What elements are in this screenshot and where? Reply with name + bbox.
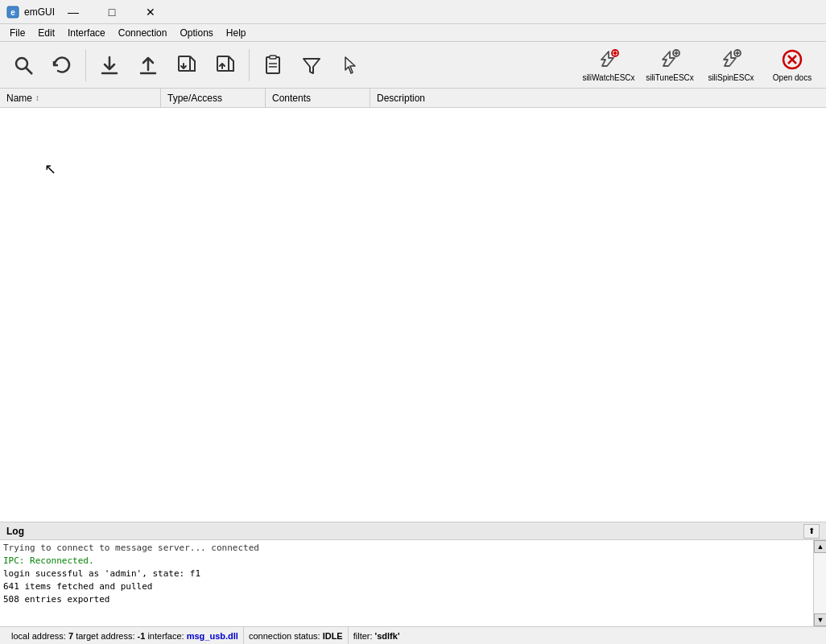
app-icon: e	[6, 6, 19, 19]
window-controls: — □ ✕	[55, 0, 169, 24]
menu-connection[interactable]: Connection	[112, 24, 174, 41]
target-address-value: -1	[138, 631, 146, 641]
log-line-5: 508 entries exported	[3, 593, 810, 606]
toolbar: siliWatchESCx siliTuneESCx siliSpinESCx	[0, 42, 826, 89]
search-button[interactable]	[5, 46, 42, 85]
sili-spin-esc-button[interactable]: siliSpinESCx	[702, 44, 760, 86]
col-header-description[interactable]: Description	[370, 89, 826, 107]
upload-file-button[interactable]	[207, 46, 244, 85]
scroll-track[interactable]	[814, 553, 826, 613]
svg-rect-8	[266, 57, 279, 73]
separator-1	[85, 49, 86, 81]
download-file-button[interactable]	[168, 46, 205, 85]
table-header: Name ↕ Type/Access Contents Description	[0, 89, 826, 108]
col-header-type[interactable]: Type/Access	[161, 89, 266, 107]
filter-button[interactable]	[293, 46, 330, 85]
connection-label: connection status:	[249, 631, 320, 641]
log-expand-button[interactable]: ⬆	[803, 524, 820, 539]
log-title: Log	[6, 526, 24, 537]
close-button[interactable]: ✕	[132, 0, 169, 24]
minimize-button[interactable]: —	[55, 0, 92, 24]
log-line-1: Trying to connect to message server... c…	[3, 542, 810, 555]
menu-bar: File Edit Interface Connection Options H…	[0, 24, 826, 42]
title-bar: e emGUI — □ ✕	[0, 0, 826, 24]
open-docs-button[interactable]: Open docs	[763, 44, 821, 86]
cursor-indicator: ↖	[44, 160, 56, 178]
target-address-label: target address:	[76, 631, 134, 641]
upload-button[interactable]	[130, 46, 167, 85]
menu-edit[interactable]: Edit	[31, 24, 61, 41]
sili-watch-esc-button[interactable]: siliWatchESCx	[580, 44, 638, 86]
menu-interface[interactable]: Interface	[61, 24, 112, 41]
log-section: Log ⬆ Trying to connect to message serve…	[0, 522, 826, 626]
svg-line-3	[26, 68, 32, 74]
menu-options[interactable]: Options	[173, 24, 219, 41]
interface-label: interface:	[147, 631, 184, 641]
log-body[interactable]: Trying to connect to message server... c…	[0, 540, 813, 626]
scroll-up-button[interactable]: ▲	[814, 540, 826, 553]
scroll-down-button[interactable]: ▼	[814, 613, 826, 626]
log-header: Log ⬆	[0, 522, 826, 540]
connection-value: IDLE	[323, 631, 343, 641]
log-line-4: 641 items fetched and pulled	[3, 580, 810, 593]
maximize-button[interactable]: □	[93, 0, 130, 24]
sili-watch-esc-label: siliWatchESCx	[582, 73, 634, 82]
status-connection: connection status: IDLE	[244, 627, 349, 644]
pointer-button[interactable]	[332, 46, 369, 85]
right-tools: siliWatchESCx siliTuneESCx siliSpinESCx	[580, 44, 821, 86]
menu-file[interactable]: File	[3, 24, 31, 41]
col-header-contents[interactable]: Contents	[266, 89, 370, 107]
window-title: emGUI	[24, 6, 55, 18]
interface-value: msg_usb.dll	[187, 631, 238, 641]
menu-help[interactable]: Help	[220, 24, 253, 41]
separator-2	[249, 49, 250, 81]
svg-point-2	[16, 58, 27, 69]
sili-tune-esc-button[interactable]: siliTuneESCx	[641, 44, 699, 86]
local-address-label: local address:	[11, 631, 66, 641]
filter-value: 'sdlfk'	[375, 631, 400, 641]
sili-tune-esc-label: siliTuneESCx	[646, 73, 694, 82]
refresh-button[interactable]	[43, 46, 81, 85]
svg-text:e: e	[10, 8, 15, 17]
status-bar: local address: 7 target address: -1 inte…	[0, 626, 826, 644]
log-line-3: login sucessful as 'admin', state: f1	[3, 568, 810, 580]
log-line-2: IPC: Reconnected.	[3, 555, 810, 568]
status-filter: filter: 'sdlfk'	[349, 627, 405, 644]
log-scrollbar: ▲ ▼	[813, 540, 826, 626]
filter-label: filter:	[353, 631, 373, 641]
local-address-value: 7	[68, 631, 73, 641]
main-content: ↖	[0, 108, 826, 522]
download-button[interactable]	[91, 46, 128, 85]
svg-rect-9	[270, 56, 276, 59]
status-local-address: local address: 7 target address: -1 inte…	[6, 627, 244, 644]
clipboard-button[interactable]	[254, 46, 291, 85]
svg-marker-12	[304, 59, 320, 73]
open-docs-label: Open docs	[773, 73, 812, 82]
col-header-name[interactable]: Name ↕	[0, 89, 161, 107]
sili-spin-esc-label: siliSpinESCx	[708, 73, 754, 82]
sort-arrow-name: ↕	[35, 93, 39, 102]
